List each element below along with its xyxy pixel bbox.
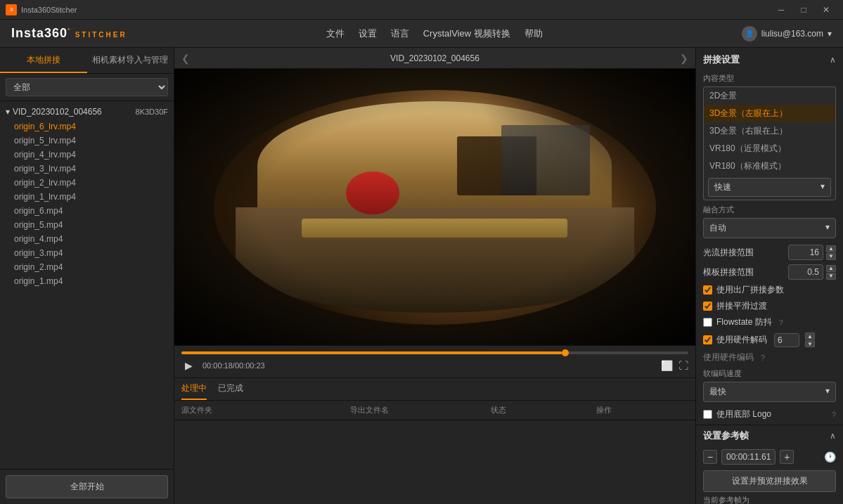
factory-params-row: 使用出厂拼接参数 (696, 282, 843, 298)
queue-tab-processing[interactable]: 处理中 (181, 378, 207, 400)
list-item[interactable]: origin_5_lrv.mp4 (0, 134, 174, 148)
time-total: 00:00:23 (235, 361, 265, 370)
left-panel: 本地拼接 相机素材导入与管理 全部 ▾ VID_20230102_004656 … (0, 48, 174, 504)
list-item[interactable]: origin_1_lrv.mp4 (0, 190, 174, 204)
stitch-section-toggle[interactable]: ∧ (830, 55, 836, 65)
option-vr180-close[interactable]: VR180（近景模式） (704, 140, 835, 157)
flowstate-checkbox[interactable] (703, 318, 712, 327)
option-vr180-standard[interactable]: VR180（标准模式） (704, 157, 835, 175)
template-down-button[interactable]: ▼ (826, 273, 836, 280)
hardware-decode-checkbox[interactable] (703, 335, 712, 344)
list-item[interactable]: origin_2_lrv.mp4 (0, 176, 174, 190)
option-3d-right[interactable]: 3D全景（右眼在上） (704, 122, 835, 140)
content-type-label: 内容类型 (696, 70, 843, 85)
wan-logo-info-icon[interactable]: ? (832, 411, 836, 419)
quality-value: 快速 (714, 181, 731, 193)
list-item[interactable]: origin_3.mp4 (0, 246, 174, 260)
option-3d-left[interactable]: 3D全景（左眼在上） (704, 105, 835, 122)
fullscreen-rect-icon[interactable]: ⬜ (661, 360, 673, 371)
optical-label: 光流拼接范围 (703, 247, 754, 259)
list-item[interactable]: origin_6.mp4 (0, 204, 174, 218)
progress-bar[interactable] (181, 351, 688, 354)
queue-body (174, 420, 695, 504)
smooth-blend-row: 拼接平滑过渡 (696, 298, 843, 314)
nav-left-arrow[interactable]: ❮ (181, 53, 190, 64)
play-button[interactable]: ▶ (181, 358, 195, 373)
optical-up-button[interactable]: ▲ (826, 245, 836, 252)
menu-help[interactable]: 帮助 (525, 27, 543, 40)
filter-select[interactable]: 全部 (6, 78, 168, 96)
optical-flow-row: 光流拼接范围 ▲ ▼ (696, 243, 843, 262)
wan-logo-checkbox[interactable] (703, 410, 712, 419)
queue-tab-done[interactable]: 已完成 (218, 378, 243, 400)
menu-file[interactable]: 文件 (326, 27, 345, 40)
blend-dropdown[interactable]: 自动 ▾ (703, 218, 836, 238)
menu-settings[interactable]: 设置 (359, 27, 377, 40)
controls-left: ▶ 00:00:18/00:00:23 (181, 358, 265, 373)
col-status: 状态 (491, 405, 596, 415)
progress-thumb (562, 349, 569, 356)
list-item[interactable]: origin_6_lrv.mp4 (0, 119, 174, 134)
ref-time-minus-button[interactable]: − (703, 450, 717, 464)
list-item[interactable]: origin_1.mp4 (0, 274, 174, 288)
start-all-button[interactable]: 全部开始 (6, 475, 168, 498)
minimize-button[interactable]: ─ (770, 0, 792, 20)
logo: Insta360° STITCHER (11, 26, 127, 41)
blend-chevron-icon: ▾ (825, 222, 830, 234)
flowstate-info-icon[interactable]: ? (779, 318, 783, 327)
ref-clock-icon[interactable]: 🕐 (824, 451, 836, 463)
video-title-bar: ❮ VID_20230102_004656 ❯ (174, 48, 695, 69)
smooth-blend-checkbox[interactable] (703, 302, 712, 311)
template-row: 模板拼接范围 ▲ ▼ (696, 262, 843, 282)
close-button[interactable]: ✕ (815, 0, 837, 20)
fullscreen-icon[interactable]: ⛶ (678, 360, 688, 371)
list-item[interactable]: origin_2.mp4 (0, 260, 174, 274)
controls-row: ▶ 00:00:18/00:00:23 ⬜ ⛶ (181, 358, 688, 373)
tab-local-stitch[interactable]: 本地拼接 (0, 48, 87, 73)
user-account[interactable]: 👤 liulisu@163.com ▾ (742, 26, 832, 41)
encode-speed-value: 最快 (709, 386, 726, 398)
template-value-input[interactable] (788, 264, 823, 280)
quality-chevron-icon: ▾ (821, 181, 825, 193)
controls-right: ⬜ ⛶ (661, 360, 688, 371)
filter-row: 全部 (0, 74, 174, 101)
right-panel: 拼接设置 ∧ 内容类型 2D全景 3D全景（左眼在上） 3D全景（右眼在上） V… (695, 48, 843, 504)
factory-params-label: 使用出厂拼接参数 (716, 284, 784, 296)
ref-section-toggle[interactable]: ∧ (830, 431, 836, 441)
template-up-button[interactable]: ▲ (826, 265, 836, 272)
option-2d[interactable]: 2D全景 (704, 87, 835, 105)
hardware-encode-info-icon[interactable]: ? (761, 354, 765, 362)
hw-up-button[interactable]: ▲ (805, 332, 815, 340)
logo-text: Insta360° STITCHER (11, 26, 127, 41)
tab-camera-import[interactable]: 相机素材导入与管理 (87, 48, 174, 73)
ref-section-header: 设置参考帧 ∧ (703, 429, 836, 442)
maximize-button[interactable]: □ (792, 0, 815, 20)
menu-crystalview[interactable]: CrystalView 视频转换 (423, 27, 510, 40)
list-item[interactable]: origin_4.mp4 (0, 232, 174, 246)
col-action: 操作 (596, 405, 688, 415)
progress-fill (181, 351, 562, 354)
hw-down-button[interactable]: ▼ (805, 340, 815, 347)
ref-set-preview-button[interactable]: 设置并预览拼接效果 (703, 470, 836, 492)
main-area: 本地拼接 相机素材导入与管理 全部 ▾ VID_20230102_004656 … (0, 48, 843, 504)
optical-down-button[interactable]: ▼ (826, 253, 836, 260)
quality-dropdown[interactable]: 快速 ▾ (708, 178, 831, 197)
encode-speed-dropdown[interactable]: 最快 ▾ (703, 382, 836, 402)
list-item[interactable]: origin_4_lrv.mp4 (0, 148, 174, 162)
user-dropdown-icon: ▾ (828, 29, 832, 39)
menu-language[interactable]: 语言 (391, 27, 409, 40)
list-item[interactable]: origin_3_lrv.mp4 (0, 162, 174, 176)
factory-params-checkbox[interactable] (703, 285, 712, 295)
optical-value-input[interactable] (788, 245, 823, 260)
tree-folder[interactable]: ▾ VID_20230102_004656 8K3D30F (0, 104, 174, 119)
blend-value: 自动 (709, 222, 726, 234)
list-item[interactable]: origin_5.mp4 (0, 218, 174, 232)
ref-time-plus-button[interactable]: + (780, 450, 794, 464)
stitch-settings-section: 拼接设置 ∧ 内容类型 2D全景 3D全景（左眼在上） 3D全景（右眼在上） V… (696, 48, 843, 425)
logo-sub: STITCHER (75, 31, 127, 39)
nav-right-arrow[interactable]: ❯ (680, 53, 688, 64)
hardware-decode-input[interactable] (774, 333, 799, 347)
encode-speed-chevron-icon: ▾ (825, 386, 830, 398)
ref-section-title: 设置参考帧 (703, 429, 749, 442)
titlebar: 3 Insta360Stitcher ─ □ ✕ (0, 0, 843, 20)
